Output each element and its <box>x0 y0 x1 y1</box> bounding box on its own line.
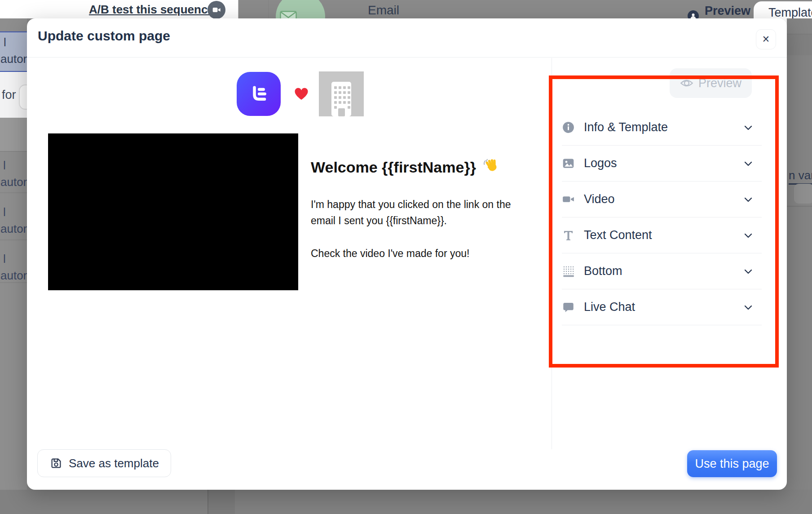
modal-footer: Save as template Use this page <box>27 449 787 490</box>
close-icon[interactable]: × <box>756 29 776 49</box>
sidebar-text-fragment: l <box>3 205 6 219</box>
sidebar-band <box>0 118 27 151</box>
video-camera-icon <box>562 193 574 205</box>
sidebar-text-fragment: l <box>3 159 6 173</box>
preview-button-label: Preview <box>698 76 741 90</box>
company-logo-placeholder-icon <box>319 71 364 116</box>
lemlist-logo <box>237 72 281 116</box>
background-sidebar: l autor for l autor l autor l autor <box>0 18 27 490</box>
sidebar-text-fragment: autor <box>0 52 27 66</box>
text-input-fragment[interactable] <box>19 84 27 110</box>
screen: A/B test this sequence Email Preview Tem… <box>0 0 812 514</box>
divider <box>268 0 269 18</box>
modal-body: Welcome {{firstName}} <box>27 58 787 449</box>
accordion-label: Live Chat <box>584 300 635 314</box>
landing-page-preview: Welcome {{firstName}} <box>27 58 552 449</box>
chevron-down-icon <box>743 266 754 277</box>
use-button-label: Use this page <box>695 457 769 471</box>
chevron-down-icon <box>743 302 754 313</box>
logos-row <box>237 71 364 116</box>
accordion-label: Video <box>584 192 615 206</box>
video-player[interactable] <box>48 133 298 290</box>
modal-header: Update custom page × <box>27 18 787 58</box>
divider <box>0 151 27 152</box>
background-sequence-header: A/B test this sequence <box>0 0 238 18</box>
landing-paragraph: Check the video I've made for you! <box>311 245 538 261</box>
background-editor-header: Email Preview Templates <box>238 0 812 18</box>
update-custom-page-modal: Update custom page × <box>27 18 787 490</box>
ab-test-sequence-link[interactable]: A/B test this sequence <box>89 3 214 17</box>
column-divider <box>207 490 235 514</box>
templates-tab-label: Templates <box>768 6 812 20</box>
accordion-bottom[interactable]: Bottom <box>562 253 762 289</box>
landing-text-column: Welcome {{firstName}} <box>311 157 538 278</box>
sidebar-text-fragment: l <box>4 35 6 49</box>
accordion-label: Logos <box>584 156 617 170</box>
save-button-label: Save as template <box>69 456 159 470</box>
divider <box>0 192 27 193</box>
accordion-label: Bottom <box>584 264 622 278</box>
landing-paragraph: I'm happy that you clicked on the link o… <box>311 196 538 229</box>
divider <box>0 239 27 240</box>
bottom-grid-icon <box>562 265 574 277</box>
sidebar-text-fragment: l <box>3 252 6 266</box>
video-badge-icon <box>207 1 225 19</box>
eye-icon <box>680 76 693 90</box>
accordion-label: Info & Template <box>584 120 668 134</box>
text-icon <box>562 229 574 241</box>
chevron-down-icon <box>743 230 754 241</box>
accordion-live-chat[interactable]: Live Chat <box>562 289 762 325</box>
accordion-logos[interactable]: Logos <box>562 146 762 182</box>
chevron-down-icon <box>743 122 754 133</box>
button-fragment <box>794 184 812 204</box>
accordion-info-template[interactable]: Info & Template <box>562 110 762 146</box>
waving-hand-icon <box>482 157 499 177</box>
email-step-label: Email <box>368 3 399 18</box>
background-right-edge: n varia <box>787 18 812 490</box>
heart-icon <box>294 87 309 101</box>
accordion-video[interactable]: Video <box>562 182 762 217</box>
landing-heading: Welcome {{firstName}} <box>311 157 538 177</box>
sidebar-text-fragment: autor <box>0 175 27 189</box>
info-icon <box>562 121 574 133</box>
variables-link-fragment[interactable]: n varia <box>789 168 812 185</box>
landing-heading-text: Welcome {{firstName}} <box>311 159 476 176</box>
accordion-text-content[interactable]: Text Content <box>562 217 762 253</box>
modal-title: Update custom page <box>38 28 170 44</box>
accordion-label: Text Content <box>584 228 652 242</box>
divider <box>787 206 812 207</box>
sidebar-selected-step[interactable]: l autor <box>0 31 27 72</box>
sidebar-text-fragment: autor <box>0 269 27 283</box>
for-label: for <box>2 88 16 102</box>
chevron-down-icon <box>743 158 754 169</box>
preview-button[interactable]: Preview <box>670 68 752 98</box>
sidebar-for-row: for <box>0 72 27 118</box>
save-as-template-button[interactable]: Save as template <box>37 449 171 477</box>
accordion: Info & Template Logos <box>562 110 762 325</box>
use-this-page-button[interactable]: Use this page <box>687 450 777 477</box>
save-icon <box>49 456 63 470</box>
band <box>787 35 812 55</box>
background-preview-button[interactable]: Preview <box>705 4 750 18</box>
background-bottom-overlay <box>0 490 812 514</box>
chevron-down-icon <box>743 194 754 205</box>
settings-panel: Preview Info & Template <box>552 58 787 449</box>
chat-bubble-icon <box>562 301 574 313</box>
divider <box>0 282 27 283</box>
image-icon <box>562 157 574 169</box>
sidebar-text-fragment: autor <box>0 222 27 236</box>
